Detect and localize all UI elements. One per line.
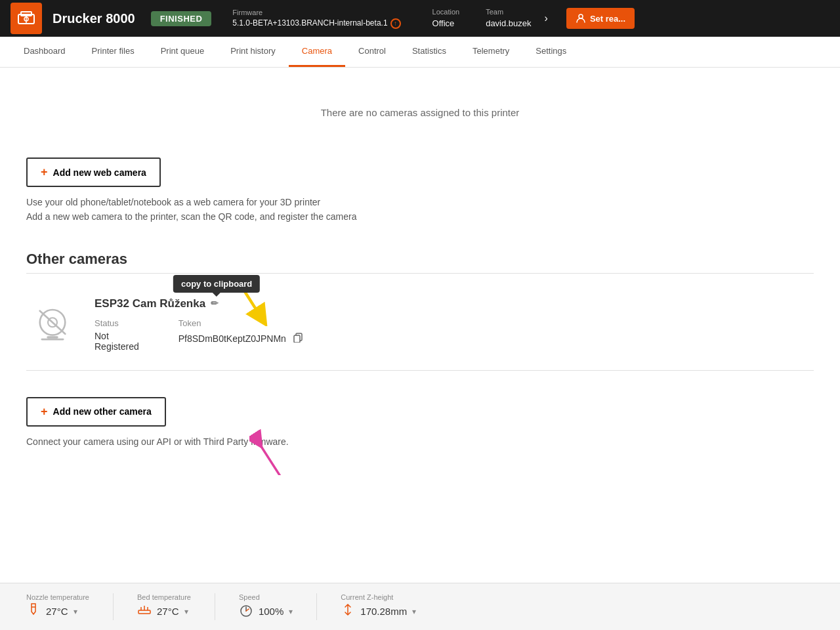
- token-row: Pf8SDmB0tKeptZ0JPNMn: [178, 331, 304, 346]
- add-webcam-section: + Add new web camera Use your old phone/…: [26, 144, 814, 244]
- tab-printer-files[interactable]: Printer files: [79, 37, 148, 67]
- topbar-chevron-icon[interactable]: ›: [545, 12, 548, 24]
- main-content: There are no cameras assigned to this pr…: [0, 68, 840, 475]
- camera-name-text: ESP32 Cam Růženka: [94, 297, 205, 310]
- other-cameras-title: Other cameras: [26, 251, 814, 268]
- tab-camera[interactable]: Camera: [289, 37, 345, 67]
- tab-telemetry[interactable]: Telemetry: [459, 37, 522, 67]
- topbar: Drucker 8000 FINISHED Firmware 5.1.0-BET…: [0, 0, 840, 37]
- add-other-camera-label: Add new other camera: [53, 406, 152, 417]
- camera-info: ESP32 Cam Růženka ✏ copy to clipboard St…: [94, 297, 814, 352]
- camera-item-divider: [26, 370, 814, 371]
- plus-icon: +: [41, 165, 48, 179]
- status-value: Not Registered: [94, 331, 139, 352]
- plus-icon-other: +: [41, 405, 48, 419]
- other-cameras-section: Other cameras: [26, 244, 814, 475]
- token-value: Pf8SDmB0tKeptZ0JPNMn: [178, 333, 286, 344]
- firmware-label: Firmware: [232, 8, 400, 18]
- svg-point-4: [579, 14, 583, 18]
- set-ready-button[interactable]: Set rea...: [566, 8, 635, 29]
- add-other-camera-section: + Add new other camera Connect your came…: [26, 384, 814, 469]
- firmware-update-icon[interactable]: ↑: [390, 18, 401, 29]
- svg-rect-8: [47, 336, 58, 339]
- copy-token-button[interactable]: [291, 331, 304, 346]
- team-value: david.buzek: [486, 18, 531, 30]
- status-label: Status: [94, 318, 139, 328]
- tab-print-history[interactable]: Print history: [217, 37, 289, 67]
- no-cameras-message: There are no cameras assigned to this pr…: [26, 68, 814, 144]
- camera-item-wrapper: ESP32 Cam Růženka ✏ copy to clipboard St…: [26, 287, 814, 469]
- edit-icon-wrapper: ✏ copy to clipboard: [211, 298, 222, 310]
- person-icon: [576, 13, 586, 24]
- svg-rect-9: [41, 339, 64, 341]
- tab-control[interactable]: Control: [345, 37, 399, 67]
- copy-tooltip: copy to clipboard: [173, 275, 260, 293]
- team-info: Team david.buzek: [486, 7, 531, 30]
- add-webcam-desc-line1: Use your old phone/tablet/notebook as a …: [26, 195, 814, 209]
- add-webcam-desc-line2: Add a new web camera to the printer, sca…: [26, 209, 814, 224]
- printer-name: Drucker 8000: [52, 11, 135, 26]
- nav-tabs: Dashboard Printer files Print queue Prin…: [0, 37, 840, 68]
- svg-rect-11: [294, 335, 300, 343]
- camera-details: Status Not Registered Token Pf8SDmB0tKep…: [94, 318, 814, 352]
- app-logo[interactable]: [10, 3, 42, 34]
- printer-status: FINISHED: [151, 11, 212, 26]
- add-other-camera-description: Connect your camera using our API or wit…: [26, 434, 814, 449]
- team-label: Team: [486, 7, 531, 17]
- tab-statistics[interactable]: Statistics: [399, 37, 459, 67]
- location-info: Location Office: [432, 7, 460, 30]
- add-webcam-button[interactable]: + Add new web camera: [26, 158, 161, 187]
- clipboard-icon: [293, 332, 303, 343]
- firmware-value: 5.1.0-BETA+13103.BRANCH-internal-beta.1 …: [232, 18, 400, 29]
- pink-arrow: [249, 429, 295, 475]
- add-other-camera-button[interactable]: + Add new other camera: [26, 397, 166, 427]
- camera-no-signal-icon: [26, 297, 79, 350]
- camera-item: ESP32 Cam Růženka ✏ copy to clipboard St…: [26, 287, 814, 368]
- tab-settings[interactable]: Settings: [522, 37, 579, 67]
- add-webcam-description: Use your old phone/tablet/notebook as a …: [26, 195, 814, 224]
- add-webcam-label: Add new web camera: [53, 167, 146, 178]
- tab-print-queue[interactable]: Print queue: [148, 37, 218, 67]
- location-label: Location: [432, 7, 460, 17]
- firmware-info: Firmware 5.1.0-BETA+13103.BRANCH-interna…: [232, 8, 400, 29]
- location-value: Office: [432, 18, 460, 30]
- section-divider: [26, 273, 814, 274]
- status-group: Status Not Registered: [94, 318, 139, 352]
- camera-name-row: ESP32 Cam Růženka ✏ copy to clipboard: [94, 297, 814, 310]
- tab-dashboard[interactable]: Dashboard: [10, 37, 79, 67]
